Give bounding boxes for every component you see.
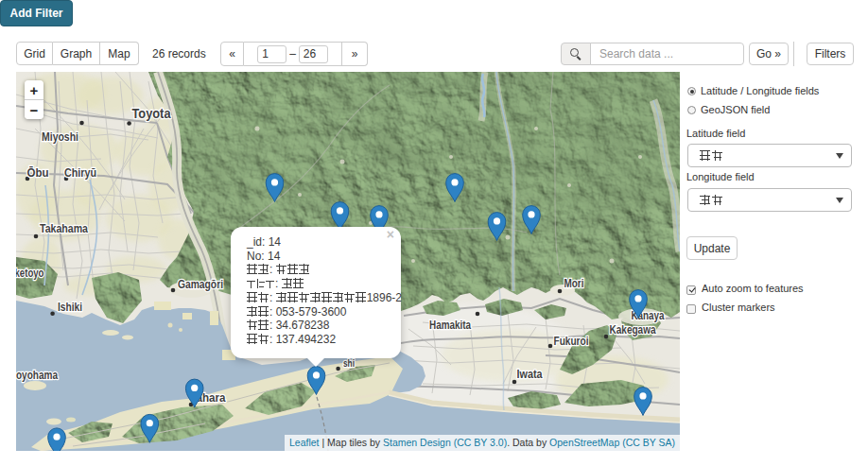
svg-text:Miyoshi: Miyoshi [42,129,78,144]
svg-text:shi: shi [343,357,355,369]
svg-text:Mori: Mori [564,276,584,290]
svg-text:Kakegawa: Kakegawa [610,322,657,337]
svg-text:Hamakita: Hamakita [429,318,472,332]
svg-text:ketoyo: ketoyo [16,266,44,280]
svg-text:Iwata: Iwata [517,367,544,381]
svg-text:Ōbu: Ōbu [27,165,49,180]
svg-text:Takahama: Takahama [40,221,89,235]
svg-text:Toyota: Toyota [132,105,171,121]
svg-text:Gamagōri: Gamagōri [178,277,223,291]
svg-text:Chiryū: Chiryū [64,165,96,180]
svg-text:Fukuroi: Fukuroi [554,334,589,348]
svg-text:oyohama: oyohama [16,368,59,382]
svg-text:Ishiki: Ishiki [58,300,82,314]
